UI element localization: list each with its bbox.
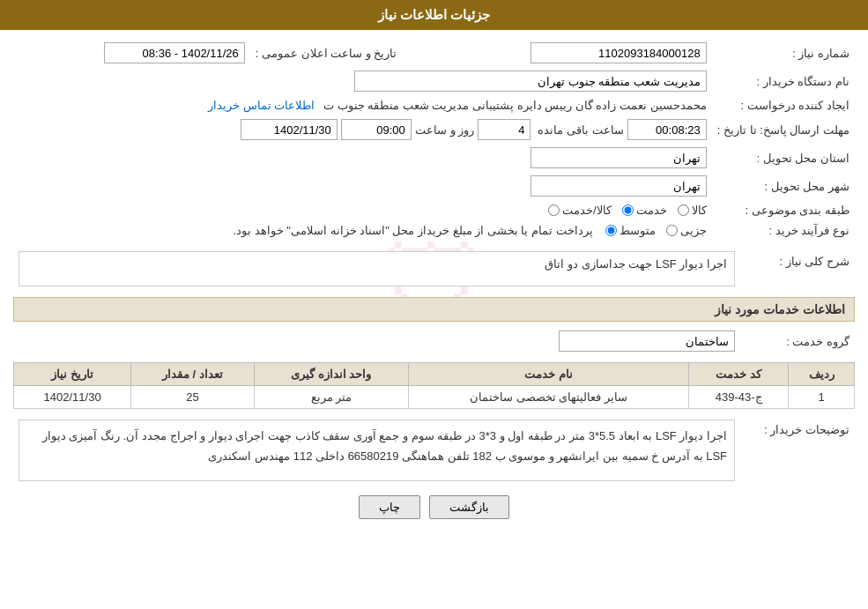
time-label2: ساعت: [415, 123, 447, 137]
deadline-days-input[interactable]: [478, 119, 530, 140]
city-label: شهر محل تحویل :: [712, 172, 855, 200]
cell-unit: متر مربع: [254, 386, 409, 409]
purchase-jazii-label: جزیی: [680, 224, 707, 237]
service-group-table: گروه خدمت :: [13, 327, 855, 355]
service-group-label: گروه خدمت :: [740, 327, 855, 355]
service-items-table: ردیف کد خدمت نام خدمت واحد اندازه گیری ت…: [13, 362, 855, 409]
deadline-time-input[interactable]: [341, 119, 412, 140]
org-name-input[interactable]: [354, 71, 707, 92]
announce-date-label: تاریخ و ساعت اعلان عمومی :: [250, 39, 403, 67]
purchase-motavas-radio[interactable]: [605, 225, 617, 236]
province-label: استان محل تحویل :: [712, 144, 855, 172]
deadline-date-input[interactable]: [241, 119, 338, 140]
back-button[interactable]: بازگشت: [429, 495, 509, 519]
request-number-input[interactable]: [530, 42, 707, 63]
col-header-date: تاریخ نیاز: [14, 363, 131, 386]
org-name-label: نام دستگاه خریدار :: [712, 67, 855, 95]
description-table: شرح کلی نیاز : اجرا دیوار LSF جهت جداساز…: [13, 248, 855, 290]
purchase-motavas-option: متوسط: [605, 224, 656, 237]
table-row: 1 ج-43-439 سایر فعالیتهای تخصصی ساختمان …: [14, 386, 855, 409]
cell-row-num: 1: [789, 386, 855, 409]
buyer-desc-label: توضیحات خریدار :: [740, 416, 855, 485]
service-group-input[interactable]: [559, 330, 735, 352]
col-header-row: ردیف: [789, 363, 855, 386]
purchase-type-label: نوع فرآیند خرید :: [712, 220, 855, 241]
page-title: جزئیات اطلاعات نیاز: [378, 7, 490, 22]
days-label: روز و: [450, 123, 475, 137]
page-header: جزئیات اطلاعات نیاز: [0, 0, 868, 30]
creator-label: ایجاد کننده درخواست :: [712, 95, 855, 115]
remaining-label: ساعت باقی مانده: [538, 123, 623, 137]
col-header-unit: واحد اندازه گیری: [254, 363, 409, 386]
request-number-value: [419, 39, 711, 67]
description-value: اجرا دیوار LSF جهت جداسازی دو اتاق: [19, 251, 735, 286]
col-header-qty: تعداد / مقدار: [131, 363, 254, 386]
description-label: شرح کلی نیاز :: [740, 248, 855, 290]
creator-value: محمدحسین نعمت زاده گان رییس دایره پشتیبا…: [323, 99, 707, 112]
category-khedmat-label: خدمت: [636, 204, 667, 217]
cell-qty: 25: [131, 386, 254, 409]
print-button[interactable]: چاپ: [359, 495, 420, 519]
category-label: طبقه بندی موضوعی :: [712, 200, 855, 220]
purchase-jazii-option: جزیی: [666, 224, 707, 237]
category-khedmat-option: خدمت: [622, 204, 667, 217]
category-kala-khedmat-radio[interactable]: [548, 204, 560, 216]
cell-code: ج-43-439: [689, 386, 789, 409]
cell-date: 1402/11/30: [14, 386, 131, 409]
purchase-type-note: پرداخت تمام یا بخشی از مبلغ خریداز محل "…: [234, 224, 593, 237]
button-row: بازگشت چاپ: [13, 495, 855, 519]
service-section-title: اطلاعات خدمات مورد نیاز: [13, 297, 855, 322]
buyer-desc-table: توضیحات خریدار : اجرا دیوار LSF به ابعاد…: [13, 416, 855, 485]
info-table: شماره نیاز : تاریخ و ساعت اعلان عمومی : …: [13, 39, 855, 241]
creator-contact-link[interactable]: اطلاعات تماس خریدار: [208, 99, 315, 112]
category-khedmat-radio[interactable]: [622, 204, 634, 216]
purchase-jazii-radio[interactable]: [666, 225, 678, 236]
category-kala-radio[interactable]: [678, 204, 689, 216]
purchase-motavas-label: متوسط: [619, 224, 656, 237]
col-header-code: کد خدمت: [689, 363, 789, 386]
city-input[interactable]: [530, 175, 707, 197]
request-number-label: شماره نیاز :: [712, 39, 855, 67]
category-kala-label: کالا: [692, 204, 707, 217]
buyer-desc-value: اجرا دیوار LSF به ابعاد 5.5*3 متر در طبق…: [19, 420, 735, 481]
deadline-remaining-input[interactable]: [627, 119, 707, 140]
province-input[interactable]: [530, 147, 707, 168]
cell-name: سایر فعالیتهای تخصصی ساختمان: [409, 386, 689, 409]
category-kala-khedmat-option: کالا/خدمت: [548, 204, 612, 217]
announce-date-input[interactable]: [104, 42, 245, 63]
col-header-name: نام خدمت: [409, 363, 689, 386]
deadline-label: مهلت ارسال پاسخ: تا تاریخ :: [712, 115, 855, 144]
category-kala-option: کالا: [678, 204, 707, 217]
category-kala-khedmat-label: کالا/خدمت: [562, 204, 612, 217]
announce-date-value: [13, 39, 250, 67]
